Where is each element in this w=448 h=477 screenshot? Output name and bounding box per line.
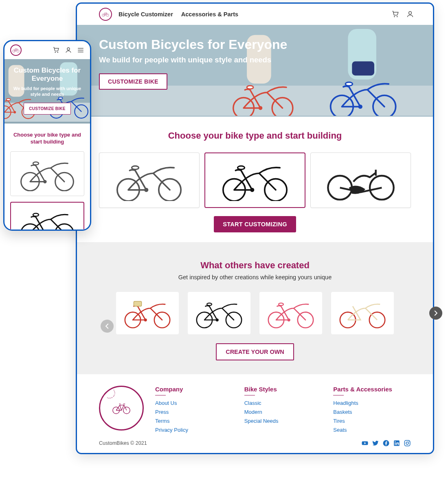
cart-icon[interactable] [53,46,60,54]
bike-option-cruiser-white[interactable] [99,152,200,208]
mobile-brand-logo[interactable] [10,44,22,56]
choose-heading: Choose your bike type and start building [99,130,411,141]
mobile-hero-subtitle: We build for people with unique style an… [10,86,84,97]
chevron-left-icon [103,322,111,330]
gallery-heading: What others have created [77,260,433,271]
footer-link[interactable]: Tires [333,417,411,426]
brand-logo[interactable] [99,8,112,21]
start-customizing-button[interactable]: START CUSTOMIZING [214,216,296,232]
footer-link[interactable]: Special Needs [244,417,322,426]
user-icon[interactable] [406,10,414,18]
footer-link[interactable]: Baskets [333,408,411,417]
chevron-right-icon [432,309,439,317]
footer-col-parts: Parts & Accessories Headlights Baskets T… [333,386,411,435]
svg-rect-24 [395,443,396,445]
svg-point-25 [395,442,395,442]
footer-link[interactable]: Headlights [333,399,411,408]
instagram-icon[interactable] [404,439,411,447]
gallery-item-1[interactable] [116,292,179,334]
choose-section: Choose your bike type and start building… [77,117,433,242]
footer-col-company: Company About Us Press Terms Privacy Pol… [155,386,233,435]
mobile-hero-title: Custom Bicycles for Everyone [10,66,84,83]
hero-title: Custom Bicycles for Everyone [99,37,411,52]
gallery-next-button[interactable] [429,307,442,320]
mobile-choose: Choose your bike type and start building [4,124,90,231]
hero-subtitle: We build for people with unique style an… [99,55,411,64]
footer-link[interactable]: Press [155,408,233,417]
facebook-icon[interactable] [382,439,390,447]
mobile-bike-option-white[interactable] [10,151,84,196]
footer-link[interactable]: Privacy Policy [155,426,233,435]
svg-text:CUSTOM BIKES: CUSTOM BIKES [107,389,116,399]
svg-point-28 [408,441,409,442]
gallery-item-4[interactable] [331,292,394,334]
mobile-nav [4,41,90,59]
gallery-section: What others have created Get inspired by… [77,242,433,374]
gallery-prev-button[interactable] [101,320,114,333]
footer-link[interactable]: Terms [155,417,233,426]
footer-link[interactable]: Classic [244,399,322,408]
twitter-icon[interactable] [372,439,379,447]
create-your-own-button[interactable]: CREATE YOUR OWN [216,343,294,360]
desktop-frame: Bicycle Customizer Accessories & Parts C… [76,2,434,454]
top-nav: Bicycle Customizer Accessories & Parts [77,4,433,25]
footer-link[interactable]: Modern [244,408,322,417]
nav-link-accessories[interactable]: Accessories & Parts [181,11,238,18]
mobile-customize-button[interactable]: CUSTOMIZE BIKE [24,103,71,115]
mobile-choose-heading: Choose your bike type and start building [10,132,84,146]
footer-col-styles: Bike Styles Classic Modern Special Needs [244,386,322,435]
copyright: CustomBikes © 2021 [99,440,147,446]
gallery-item-3[interactable] [259,292,322,334]
nav-link-customizer[interactable]: Bicycle Customizer [119,11,173,18]
footer-link[interactable]: About Us [155,399,233,408]
linkedin-icon[interactable] [393,439,400,447]
mobile-bike-option-black[interactable] [10,202,84,231]
bike-option-cruiser-black[interactable] [204,152,306,208]
footer-col-title: Company [155,386,233,393]
bike-option-handcycle[interactable] [310,152,411,208]
gallery-item-2[interactable] [188,292,250,334]
footer-logo-ring-text: CUSTOM BIKES CUSTOM BIKES [100,387,119,399]
gallery-subtitle: Get inspired by other creations while ke… [77,274,433,280]
mobile-hero: Custom Bicycles for Everyone We build fo… [4,59,90,124]
youtube-icon[interactable] [361,439,369,447]
footer-col-title: Bike Styles [244,386,322,393]
svg-point-27 [406,442,408,444]
footer: CUSTOM BIKES CUSTOM BIKES Company About … [77,374,433,439]
footer-col-title: Parts & Accessories [333,386,411,393]
footer-logo[interactable]: CUSTOM BIKES CUSTOM BIKES [99,386,144,431]
cart-icon[interactable] [391,10,400,18]
user-icon[interactable] [65,46,72,54]
hero: Custom Bicycles for Everyone We build fo… [77,25,433,117]
svg-rect-16 [134,301,141,306]
subfooter: CustomBikes © 2021 [77,439,433,453]
mobile-frame: Custom Bicycles for Everyone We build fo… [3,40,91,231]
footer-link[interactable]: Seats [333,426,411,435]
menu-icon[interactable] [77,46,84,54]
customize-bike-button[interactable]: CUSTOMIZE BIKE [99,73,167,90]
